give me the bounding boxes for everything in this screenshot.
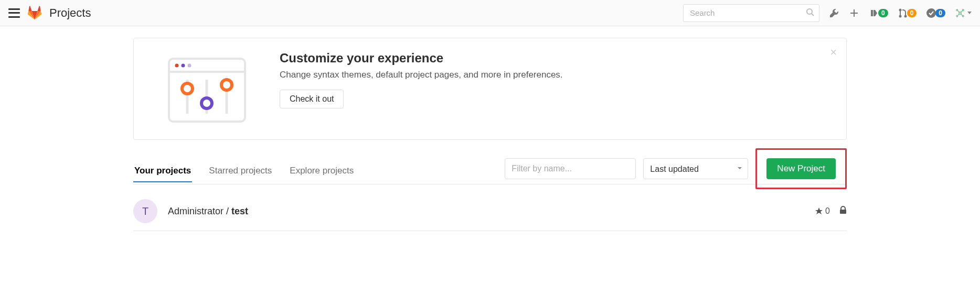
banner-content: Customize your experience Change syntax … — [280, 51, 829, 127]
user-avatar[interactable] — [955, 8, 972, 18]
svg-point-20 — [188, 64, 191, 68]
svg-line-1 — [812, 14, 814, 16]
page-title: Projects — [49, 6, 91, 20]
svg-point-3 — [899, 15, 901, 17]
chevron-down-icon — [967, 12, 972, 14]
svg-rect-27 — [840, 210, 846, 214]
todos-icon[interactable]: 0 — [926, 8, 945, 18]
sort-select[interactable]: Last updated — [643, 158, 748, 179]
topbar: Projects 0 0 0 — [0, 0, 980, 26]
project-row[interactable]: T Administrator / test 0 — [133, 192, 847, 231]
svg-point-2 — [899, 8, 901, 11]
mr-badge: 0 — [907, 9, 917, 17]
tab-starred-projects[interactable]: Starred projects — [208, 160, 273, 182]
svg-point-18 — [175, 64, 179, 68]
search-icon — [806, 8, 814, 18]
new-project-highlight: New Project — [755, 148, 847, 189]
topbar-left: Projects — [8, 6, 91, 20]
svg-point-5 — [926, 8, 936, 18]
hamburger-menu-icon[interactable] — [8, 8, 20, 18]
admin-wrench-icon[interactable] — [829, 8, 839, 18]
svg-point-22 — [182, 83, 193, 94]
customize-banner: × Customize your experience Change synta… — [133, 38, 847, 140]
filter-input[interactable] — [505, 158, 636, 179]
svg-point-19 — [182, 64, 185, 68]
check-it-out-button[interactable]: Check it out — [280, 90, 344, 108]
search-wrap — [683, 4, 819, 22]
project-list: T Administrator / test 0 — [133, 192, 847, 231]
svg-point-4 — [904, 15, 907, 17]
main-container: × Customize your experience Change synta… — [97, 38, 883, 231]
gitlab-logo-icon[interactable] — [27, 6, 42, 20]
sort-select-wrap[interactable]: Last updated — [643, 158, 748, 179]
svg-point-24 — [201, 98, 212, 108]
project-title: test — [231, 206, 248, 216]
issues-badge: 0 — [878, 9, 888, 17]
new-project-button[interactable]: New Project — [766, 158, 836, 179]
project-avatar: T — [133, 199, 157, 223]
controls: Last updated New Project — [505, 158, 847, 184]
plus-icon[interactable] — [849, 8, 859, 18]
tabs: Your projects Starred projects Explore p… — [133, 160, 489, 182]
tab-your-projects[interactable]: Your projects — [133, 160, 192, 182]
star-icon — [815, 207, 823, 215]
banner-desc: Change syntax themes, default project pa… — [280, 70, 829, 80]
stars-count: 0 — [815, 206, 830, 216]
svg-point-26 — [221, 80, 232, 90]
project-name: Administrator / test — [168, 206, 815, 217]
topbar-right: 0 0 0 — [683, 4, 972, 22]
banner-illustration — [151, 51, 261, 127]
merge-requests-icon[interactable]: 0 — [898, 8, 917, 18]
project-meta: 0 — [815, 206, 847, 216]
todos-badge: 0 — [935, 9, 945, 17]
svg-point-0 — [807, 9, 812, 14]
banner-title: Customize your experience — [280, 51, 829, 65]
issues-icon[interactable]: 0 — [869, 8, 888, 18]
close-icon[interactable]: × — [830, 46, 837, 59]
project-owner: Administrator — [168, 206, 223, 216]
tab-explore-projects[interactable]: Explore projects — [289, 160, 355, 182]
search-input[interactable] — [683, 4, 819, 22]
tabs-row: Your projects Starred projects Explore p… — [133, 158, 847, 184]
lock-icon — [839, 206, 847, 216]
